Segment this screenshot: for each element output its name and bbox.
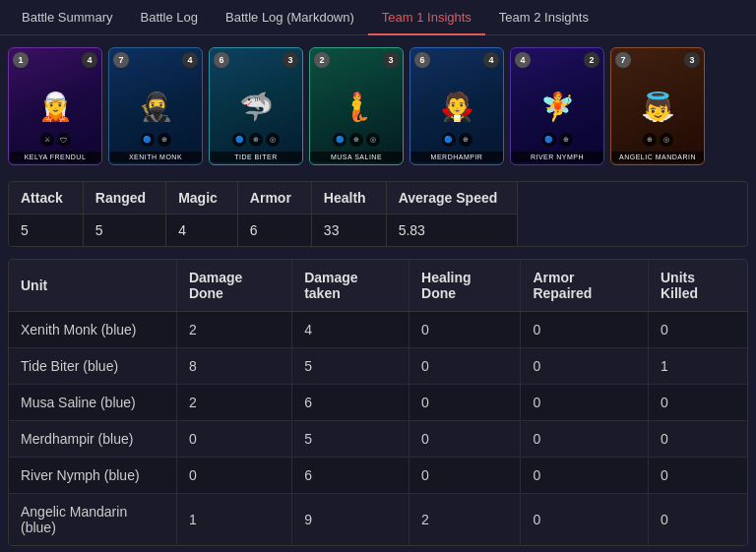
stats-value-magic: 4 (166, 215, 238, 247)
stat-cell: 2 (410, 494, 521, 546)
ability-badge: ◎ (366, 133, 380, 147)
stat-cell: 0 (410, 385, 521, 421)
stat-cell: 0 (410, 458, 521, 494)
stat-cell: 0 (648, 458, 747, 494)
col-header-damage-done: Damage Done (176, 260, 291, 312)
ability-badge: 🔵 (542, 133, 556, 147)
col-header-units-killed: Units Killed (648, 260, 747, 312)
stat-cell: 2 (176, 385, 291, 421)
card-ability-badges: ⊕◎ (611, 133, 704, 147)
col-header-healing-done: Healing Done (410, 260, 521, 312)
card-badge-right: 3 (684, 52, 700, 68)
card-badge-right: 3 (283, 52, 298, 68)
stat-cell: 0 (648, 312, 747, 348)
ability-badge: ⊕ (349, 133, 363, 147)
tab-battle-log[interactable]: Battle Log (126, 0, 212, 34)
card-name-label: MERDHAMPIR (410, 152, 503, 162)
stat-cell: 0 (521, 385, 649, 421)
ability-badge: ◎ (660, 133, 673, 147)
card-name-label: ANGELIC MANDARIN (611, 152, 704, 162)
table-row: Merdhampir (blue)05000 (9, 421, 747, 458)
unit-stats-table: UnitDamage DoneDamage takenHealing DoneA… (8, 259, 748, 546)
ability-badge: ⊕ (643, 133, 657, 147)
stat-cell: 6 (292, 458, 410, 494)
ability-badge: 🛡 (57, 133, 71, 147)
stats-value-attack: 5 (9, 215, 83, 247)
stats-value-armor: 6 (237, 215, 311, 247)
card-badge-right: 4 (82, 52, 97, 68)
card-tide-biter: 6 3 🦈 🔵⊕◎ TIDE BITER (209, 47, 303, 165)
stat-cell: 0 (521, 421, 649, 458)
card-badge-level: 7 (615, 52, 631, 68)
table-row: River Nymph (blue)06000 (9, 458, 747, 494)
nav-tabs: Battle SummaryBattle LogBattle Log (Mark… (0, 0, 756, 35)
ability-badge: ⊕ (559, 133, 573, 147)
table-row: Angelic Mandarin (blue)19200 (9, 494, 747, 546)
card-badge-level: 4 (515, 52, 531, 68)
ability-badge: ◎ (266, 133, 280, 147)
ability-badge: 🔵 (141, 133, 155, 147)
tab-team2-insights[interactable]: Team 2 Insights (485, 0, 602, 34)
stats-header-armor: Armor (237, 182, 311, 215)
card-name-label: RIVER NYMPH (511, 152, 603, 162)
card-badge-level: 2 (314, 52, 330, 68)
unit-name-cell: River Nymph (blue) (9, 458, 176, 494)
card-musa-saline: 2 3 🧜 🔵⊕◎ MUSA SALINE (309, 47, 404, 165)
stats-header-average-speed: Average Speed (386, 182, 518, 215)
stat-cell: 0 (521, 348, 649, 385)
card-merdhampir: 6 4 🧛 🔵⊕ MERDHAMPIR (410, 47, 504, 165)
stat-cell: 0 (410, 421, 521, 458)
stat-cell: 0 (648, 385, 747, 421)
card-badge-level: 1 (13, 52, 29, 68)
tab-battle-log-markdown[interactable]: Battle Log (Markdown) (212, 0, 368, 34)
stat-cell: 5 (292, 421, 410, 458)
stat-cell: 1 (648, 348, 747, 385)
card-kelya-frendul: 1 4 🧝 ⚔🛡 KELYA FRENDUL (8, 47, 102, 165)
stat-cell: 0 (410, 348, 521, 385)
card-xenith-monk: 7 4 🥷 🔵⊕ XENITH MONK (108, 47, 203, 165)
ability-badge: ⊕ (158, 133, 171, 147)
card-name-label: TIDE BITER (210, 152, 302, 162)
stats-value-health: 33 (311, 215, 386, 247)
unit-name-cell: Angelic Mandarin (blue) (9, 494, 176, 546)
card-ability-badges: 🔵⊕◎ (210, 133, 302, 147)
card-badge-level: 6 (414, 52, 430, 68)
stat-cell: 8 (176, 348, 291, 385)
unit-name-cell: Merdhampir (blue) (9, 421, 176, 458)
col-header-armor-repaired: Armor Repaired (521, 260, 649, 312)
unit-name-cell: Tide Biter (blue) (9, 348, 176, 385)
card-ability-badges: ⚔🛡 (9, 133, 101, 147)
stats-summary: AttackRangedMagicArmorHealthAverage Spee… (8, 181, 748, 247)
card-name-label: XENITH MONK (109, 152, 202, 162)
stat-cell: 0 (648, 494, 747, 546)
card-angelic-mandarin: 7 3 👼 ⊕◎ ANGELIC MANDARIN (610, 47, 705, 165)
stat-cell: 0 (648, 421, 747, 458)
table-row: Tide Biter (blue)85001 (9, 348, 747, 385)
stat-cell: 6 (292, 385, 410, 421)
stat-cell: 0 (521, 494, 649, 546)
stat-cell: 0 (410, 312, 521, 348)
stat-cell: 0 (176, 458, 291, 494)
unit-name-cell: Musa Saline (blue) (9, 385, 176, 421)
card-river-nymph: 4 2 🧚 🔵⊕ RIVER NYMPH (510, 47, 604, 165)
card-name-label: MUSA SALINE (310, 152, 403, 162)
stats-header-attack: Attack (9, 182, 83, 215)
stats-value-ranged: 5 (83, 215, 165, 247)
cards-section: 1 4 🧝 ⚔🛡 KELYA FRENDUL 7 4 🥷 🔵⊕ XENITH M… (0, 35, 756, 177)
col-header-damage-taken: Damage taken (292, 260, 410, 312)
stats-value-average-speed: 5.83 (386, 215, 518, 247)
card-ability-badges: 🔵⊕◎ (310, 133, 403, 147)
card-ability-badges: 🔵⊕ (410, 133, 503, 147)
ability-badge: ⚔ (40, 133, 54, 147)
ability-badge: 🔵 (232, 133, 246, 147)
card-ability-badges: 🔵⊕ (511, 133, 603, 147)
stats-header-ranged: Ranged (83, 182, 165, 215)
table-row: Xenith Monk (blue)24000 (9, 312, 747, 348)
stat-cell: 9 (292, 494, 410, 546)
card-name-label: KELYA FRENDUL (9, 152, 101, 162)
stats-header-health: Health (311, 182, 386, 215)
tab-battle-summary[interactable]: Battle Summary (8, 0, 126, 34)
ability-badge: ⊕ (459, 133, 472, 147)
ability-badge: 🔵 (333, 133, 346, 147)
tab-team1-insights[interactable]: Team 1 Insights (368, 0, 485, 34)
